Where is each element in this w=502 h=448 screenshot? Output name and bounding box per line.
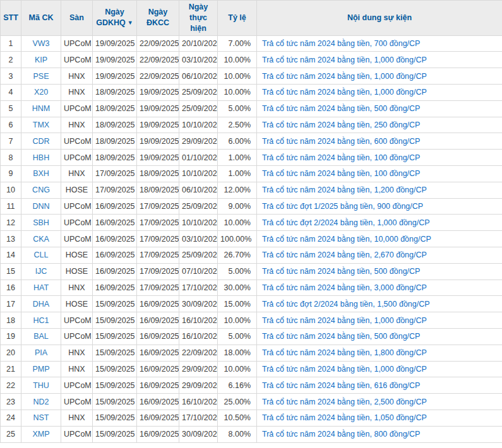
cell-ticker-link[interactable]: CLL [21, 247, 61, 263]
cell-ex-date: 16/09/2025 [93, 280, 137, 296]
cell-stt: 3 [1, 68, 21, 85]
cell-ticker-link[interactable]: CNG [21, 182, 61, 198]
cell-ticker-link[interactable]: CDR [21, 133, 61, 150]
cell-event-link[interactable]: Trả cổ tức năm 2024 bằng tiền, 1,000 đồn… [257, 68, 502, 85]
col-header-exchange[interactable]: Sàn [61, 1, 93, 36]
cell-ex-date: 18/09/2025 [93, 117, 137, 133]
cell-exchange: HNX [61, 410, 93, 426]
cell-event-link[interactable]: Trả cổ tức năm 2024 bằng tiền, 500 đồng/… [257, 328, 502, 345]
table-row: 18HC1UPCoM15/09/202516/09/202516/10/2025… [1, 312, 502, 329]
table-row: 10CNGHOSE17/09/202518/09/202506/10/20251… [1, 182, 502, 198]
cell-ratio: 10.50% [218, 410, 257, 426]
col-header-ex-date[interactable]: Ngày GDKHQ▼ [93, 1, 137, 36]
cell-ex-date: 16/09/2025 [93, 247, 137, 263]
col-header-stt[interactable]: STT [1, 1, 21, 36]
table-row: 21PMPHNX15/09/202516/09/202529/09/202510… [1, 361, 502, 377]
cell-exec-date: 06/10/2025 [179, 182, 218, 198]
cell-ticker-link[interactable]: KIP [21, 52, 61, 68]
cell-event-link[interactable]: Trả cổ tức năm 2024 bằng tiền, 616 đồng/… [257, 377, 502, 394]
cell-event-link[interactable]: Trả cổ tức năm 2024 bằng tiền, 3,000 đồn… [257, 280, 502, 296]
cell-ex-date: 17/09/2025 [93, 182, 137, 198]
table-row: 8HBHUPCoM18/09/202519/09/202501/10/20251… [1, 150, 502, 166]
table-row: 24NSTHNX15/09/202516/09/202517/10/202510… [1, 410, 502, 426]
cell-ex-date: 15/09/2025 [93, 394, 137, 410]
cell-event-link[interactable]: Trả cổ tức năm 2024 bằng tiền, 1,000 đồn… [257, 52, 502, 68]
cell-ticker-link[interactable]: HAT [21, 280, 61, 296]
cell-ticker-link[interactable]: X20 [21, 85, 61, 101]
table-row: 1VW3UPCoM19/09/202522/09/202520/10/20257… [1, 35, 502, 52]
cell-event-link[interactable]: Trả cổ tức năm 2024 bằng tiền, 500 đồng/… [257, 263, 502, 280]
cell-ticker-link[interactable]: PIA [21, 345, 61, 361]
cell-exchange: HNX [61, 361, 93, 377]
cell-event-link[interactable]: Trả cổ tức đợt 1/2025 bằng tiền, 900 đồn… [257, 198, 502, 215]
cell-ratio: 10.00% [218, 68, 257, 85]
cell-event-link[interactable]: Trả cổ tức năm 2024 bằng tiền, 10,000 đồ… [257, 231, 502, 247]
cell-stt: 12 [1, 215, 21, 231]
cell-exec-date: 10/10/2025 [179, 215, 218, 231]
cell-ticker-link[interactable]: THU [21, 377, 61, 394]
cell-exchange: UPCoM [61, 150, 93, 166]
cell-ex-date: 17/09/2025 [93, 166, 137, 182]
cell-exchange: HNX [61, 345, 93, 361]
cell-ticker-link[interactable]: BXH [21, 166, 61, 182]
col-header-event[interactable]: Nội dung sự kiện [257, 1, 502, 36]
cell-ticker-link[interactable]: HBH [21, 150, 61, 166]
table-row: 20PIAHNX15/09/202516/09/202522/09/202518… [1, 345, 502, 361]
table-row: 4X20HNX18/09/202519/09/202525/09/202510.… [1, 85, 502, 101]
cell-ticker-link[interactable]: HNM [21, 100, 61, 117]
col-header-ratio[interactable]: Tỷ lệ [218, 1, 257, 36]
cell-record-date: 16/09/2025 [137, 410, 179, 426]
cell-ticker-link[interactable]: TMX [21, 117, 61, 133]
cell-event-link[interactable]: Trả cổ tức năm 2024 bằng tiền, 1,200 đồn… [257, 182, 502, 198]
col-header-ticker[interactable]: Mã CK [21, 1, 61, 36]
cell-stt: 23 [1, 394, 21, 410]
cell-event-link[interactable]: Trả cổ tức năm 2024 bằng tiền, 600 đồng/… [257, 133, 502, 150]
cell-ticker-link[interactable]: PSE [21, 68, 61, 85]
cell-event-link[interactable]: Trả cổ tức năm 2024 bằng tiền, 500 đồng/… [257, 100, 502, 117]
cell-stt: 10 [1, 182, 21, 198]
table-row: 2KIPUPCoM19/09/202522/09/202503/10/20251… [1, 52, 502, 68]
cell-exchange: UPCoM [61, 35, 93, 52]
cell-ratio: 10.00% [218, 85, 257, 101]
col-header-record-date[interactable]: Ngày ĐKCC [137, 1, 179, 36]
cell-event-link[interactable]: Trả cổ tức năm 2024 bằng tiền, 1,050 đồn… [257, 410, 502, 426]
cell-event-link[interactable]: Trả cổ tức năm 2024 bằng tiền, 1,000 đồn… [257, 361, 502, 377]
cell-record-date: 22/09/2025 [137, 35, 179, 52]
cell-record-date: 18/09/2025 [137, 166, 179, 182]
cell-event-link[interactable]: Trả cổ tức năm 2024 bằng tiền, 100 đồng/… [257, 166, 502, 182]
cell-ratio: 1.00% [218, 166, 257, 182]
cell-event-link[interactable]: Trả cổ tức năm 2024 bằng tiền, 2,500 đồn… [257, 394, 502, 410]
cell-event-link[interactable]: Trả cổ tức năm 2024 bằng tiền, 1,800 đồn… [257, 345, 502, 361]
cell-ticker-link[interactable]: ND2 [21, 394, 61, 410]
cell-exchange: HNX [61, 85, 93, 101]
cell-ticker-link[interactable]: DHA [21, 296, 61, 312]
cell-ex-date: 18/09/2025 [93, 150, 137, 166]
cell-ticker-link[interactable]: IJC [21, 263, 61, 280]
cell-ticker-link[interactable]: VW3 [21, 35, 61, 52]
cell-event-link[interactable]: Trả cổ tức năm 2024 bằng tiền, 800 đồng/… [257, 426, 502, 442]
cell-ticker-link[interactable]: DNN [21, 198, 61, 215]
cell-event-link[interactable]: Trả cổ tức năm 2024 bằng tiền, 250 đồng/… [257, 117, 502, 133]
sort-desc-icon: ▼ [128, 20, 133, 26]
cell-ticker-link[interactable]: BAL [21, 328, 61, 345]
col-header-exec-date[interactable]: Ngày thực hiện [179, 1, 218, 36]
cell-ticker-link[interactable]: HC1 [21, 312, 61, 329]
cell-ticker-link[interactable]: PMP [21, 361, 61, 377]
cell-event-link[interactable]: Trả cổ tức năm 2024 bằng tiền, 100 đồng/… [257, 150, 502, 166]
cell-event-link[interactable]: Trả cổ tức đợt 2/2024 bằng tiền, 1,500 đ… [257, 296, 502, 312]
cell-ticker-link[interactable]: CKA [21, 231, 61, 247]
cell-event-link[interactable]: Trả cổ tức đợt 2/2024 bằng tiền, 1,000 đ… [257, 215, 502, 231]
cell-event-link[interactable]: Trả cổ tức năm 2024 bằng tiền, 2,670 đồn… [257, 247, 502, 263]
cell-ticker-link[interactable]: NST [21, 410, 61, 426]
cell-event-link[interactable]: Trả cổ tức năm 2024 bằng tiền, 1,000 đồn… [257, 312, 502, 329]
cell-exec-date: 01/10/2025 [179, 150, 218, 166]
cell-ticker-link[interactable]: XMP [21, 426, 61, 442]
cell-event-link[interactable]: Trả cổ tức năm 2024 bằng tiền, 700 đồng/… [257, 35, 502, 52]
cell-ticker-link[interactable]: SBH [21, 215, 61, 231]
table-row: 6TMXHNX18/09/202519/09/202510/10/20252.5… [1, 117, 502, 133]
cell-ex-date: 18/09/2025 [93, 100, 137, 117]
cell-event-link[interactable]: Trả cổ tức năm 2024 bằng tiền, 1,000 đồn… [257, 85, 502, 101]
cell-record-date: 17/09/2025 [137, 280, 179, 296]
cell-stt: 25 [1, 426, 21, 442]
dividend-events-table: STTMã CKSànNgày GDKHQ▼Ngày ĐKCCNgày thực… [0, 0, 502, 443]
